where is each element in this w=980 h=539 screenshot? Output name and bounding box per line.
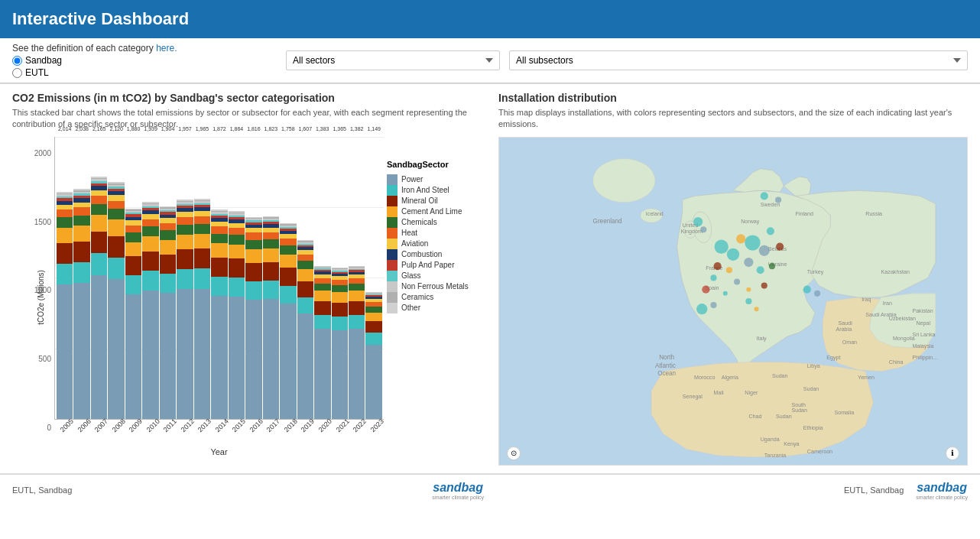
bar-segment bbox=[160, 293, 176, 418]
bar-segment bbox=[280, 268, 296, 285]
bar-segment bbox=[177, 235, 193, 250]
svg-text:Tanzania: Tanzania bbox=[764, 453, 787, 459]
radio-eutl[interactable]: EUTL bbox=[12, 67, 177, 78]
installation-dot bbox=[702, 285, 709, 293]
bar-segment bbox=[349, 301, 365, 315]
bar-segment bbox=[160, 230, 176, 240]
bar-segment bbox=[177, 289, 193, 418]
bar-segment bbox=[365, 321, 381, 333]
svg-text:Iraq: Iraq bbox=[862, 297, 871, 303]
top-bar: See the definition of each category here… bbox=[0, 38, 980, 83]
bar-total-label: 1,365 bbox=[333, 126, 346, 132]
chart-panel: CO2 Emissions (in m tCO2) by Sandbag's s… bbox=[12, 92, 486, 466]
installation-dot bbox=[814, 291, 820, 297]
svg-text:Greenland: Greenland bbox=[593, 218, 622, 225]
svg-text:Cameroon: Cameroon bbox=[807, 448, 832, 454]
y-axis-label: tCO2e (Millions) bbox=[37, 270, 45, 325]
svg-text:Kenya: Kenya bbox=[784, 440, 799, 446]
installation-dot bbox=[693, 217, 703, 226]
bar-segment bbox=[73, 207, 89, 215]
dropdown-group: All sectors All subsectors bbox=[286, 50, 968, 70]
svg-text:Pakistan: Pakistan bbox=[912, 308, 933, 314]
map-svg: North Atlantic Ocean Greenland Iceland U… bbox=[499, 138, 967, 465]
bar-segment bbox=[314, 291, 330, 301]
legend-swatch bbox=[387, 185, 398, 196]
sectors-dropdown[interactable]: All sectors bbox=[286, 50, 500, 70]
legend-swatch bbox=[387, 271, 398, 281]
bar-segment bbox=[332, 285, 348, 292]
legend-item: Mineral Oil bbox=[387, 196, 486, 206]
svg-text:Yemen: Yemen bbox=[858, 375, 875, 381]
svg-text:Arabia: Arabia bbox=[836, 326, 852, 333]
bar-total-label: 1,383 bbox=[316, 126, 329, 132]
map-info-button[interactable]: ℹ bbox=[946, 446, 959, 460]
installation-dot bbox=[761, 282, 767, 288]
installation-dot bbox=[736, 234, 745, 243]
legend-item: Pulp And Paper bbox=[387, 260, 486, 271]
footer: EUTL, Sandbag sandbag smarter climate po… bbox=[0, 474, 980, 506]
svg-text:Niger: Niger bbox=[745, 390, 758, 396]
installation-dot bbox=[710, 302, 716, 308]
bar-column: 1,939 bbox=[142, 137, 158, 419]
svg-text:Ethiopia: Ethiopia bbox=[803, 425, 823, 431]
legend-item: Glass bbox=[387, 271, 486, 281]
installation-dot bbox=[776, 242, 784, 250]
map-locate-button[interactable]: ⊙ bbox=[507, 446, 521, 460]
bar-segment bbox=[177, 269, 193, 289]
bar-segment bbox=[314, 315, 330, 329]
bar-total-label: 2,038 bbox=[75, 126, 89, 132]
bar-segment bbox=[160, 223, 176, 231]
bar-total-label: 1,904 bbox=[161, 126, 175, 132]
bar-column: 1,365 bbox=[332, 137, 348, 419]
bar-segment bbox=[125, 294, 141, 419]
bar-column: 1,607 bbox=[297, 137, 313, 419]
bar-segment bbox=[211, 277, 227, 296]
installation-dot bbox=[761, 192, 768, 200]
bar-segment bbox=[91, 253, 107, 275]
x-axis-title: Year bbox=[54, 447, 384, 456]
bar-segment bbox=[177, 249, 193, 269]
page-title: Interactive Dashboard bbox=[12, 9, 189, 28]
bar-segment bbox=[229, 258, 245, 278]
bar-column: 1,904 bbox=[160, 137, 176, 419]
bar-segment bbox=[314, 278, 330, 284]
definition-link[interactable]: here. bbox=[156, 43, 177, 54]
legend-item: Cement And Lime bbox=[387, 206, 486, 217]
svg-text:Kazakhstan: Kazakhstan bbox=[881, 269, 910, 275]
bar-segment bbox=[57, 217, 73, 227]
bar-segment bbox=[332, 280, 348, 285]
installation-dot bbox=[734, 278, 740, 284]
bar-segment bbox=[142, 236, 158, 251]
bar-segment bbox=[108, 236, 124, 258]
bar-segment bbox=[142, 219, 158, 227]
bar-column: 1,816 bbox=[245, 137, 261, 419]
page-header: Interactive Dashboard bbox=[0, 0, 980, 38]
bar-total-label: 1,872 bbox=[213, 126, 226, 132]
bar-segment bbox=[211, 234, 227, 244]
bar-column: 2,014 bbox=[57, 137, 73, 419]
bar-segment bbox=[349, 284, 365, 291]
svg-text:Sudan: Sudan bbox=[791, 407, 807, 413]
installation-dot bbox=[710, 274, 716, 281]
legend-swatch bbox=[387, 303, 398, 313]
svg-point-1 bbox=[593, 158, 656, 202]
radio-sandbag[interactable]: Sandbag bbox=[12, 55, 177, 66]
bar-segment bbox=[91, 190, 107, 196]
legend-item: Other bbox=[387, 303, 486, 313]
installation-dot bbox=[700, 226, 706, 232]
bar-total-label: 1,939 bbox=[144, 126, 157, 132]
subsectors-dropdown[interactable]: All subsectors bbox=[509, 50, 968, 70]
svg-text:China: China bbox=[889, 359, 904, 365]
bar-column: 2,038 bbox=[73, 137, 89, 419]
installation-dot bbox=[775, 196, 781, 203]
bar-segment bbox=[108, 219, 124, 235]
bar-segment bbox=[349, 278, 365, 284]
legend-swatch bbox=[387, 239, 398, 249]
bar-segment bbox=[263, 281, 279, 299]
svg-text:Chad: Chad bbox=[748, 414, 761, 420]
svg-text:Somalia: Somalia bbox=[834, 410, 854, 416]
installation-dot bbox=[754, 307, 759, 311]
bar-segment bbox=[125, 275, 141, 294]
bar-total-label: 1,823 bbox=[264, 126, 278, 132]
bar-segment bbox=[245, 249, 261, 263]
